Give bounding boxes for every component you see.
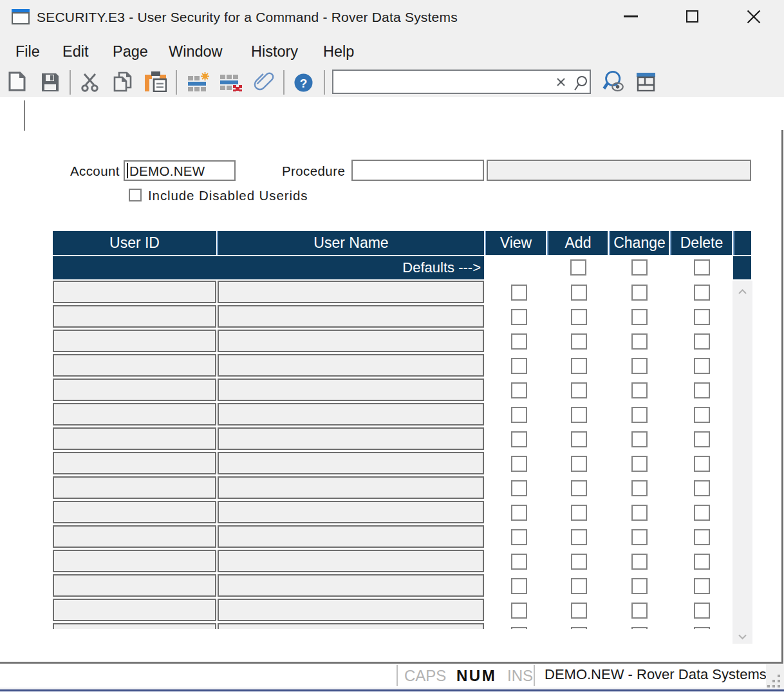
svg-text:?: ? — [300, 77, 308, 90]
